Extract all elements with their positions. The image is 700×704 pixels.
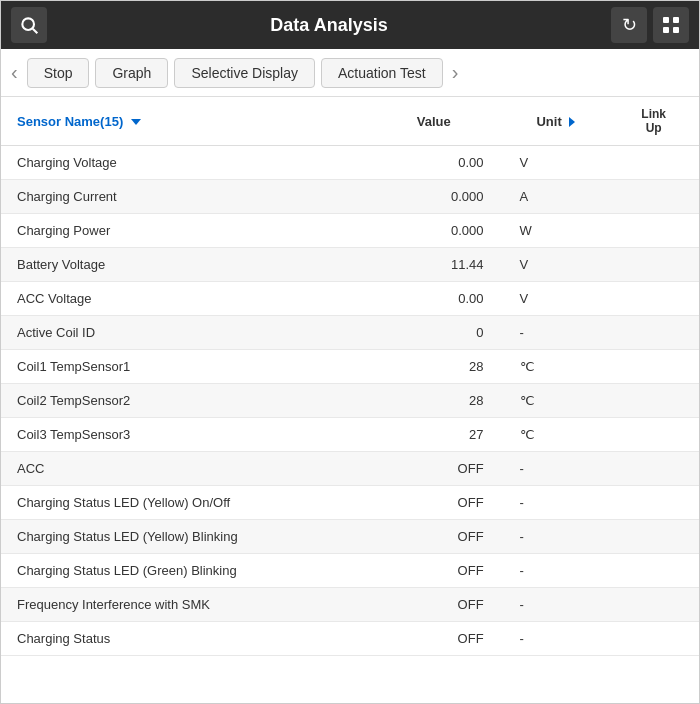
selective-display-button[interactable]: Selective Display	[174, 58, 315, 88]
sensor-name-cell: Charging Status LED (Yellow) On/Off	[1, 486, 364, 520]
value-cell: OFF	[364, 554, 504, 588]
sensor-name-cell: Charging Voltage	[1, 146, 364, 180]
table-row: Charging Power0.000W	[1, 214, 699, 248]
sensor-name-header: Sensor Name(15)	[1, 97, 364, 146]
table-row: Charging Voltage0.00V	[1, 146, 699, 180]
value-cell: 0.000	[364, 180, 504, 214]
unit-cell: -	[504, 554, 609, 588]
device-frame: Data Analysis ↻ ‹ Stop Graph Selective D…	[0, 0, 700, 704]
svg-rect-4	[673, 17, 679, 23]
linkup-cell	[608, 146, 699, 180]
linkup-cell	[608, 214, 699, 248]
value-cell: OFF	[364, 452, 504, 486]
sensor-name-cell: Charging Current	[1, 180, 364, 214]
value-cell: 28	[364, 384, 504, 418]
table-header-row: Sensor Name(15) Value Unit LinkUp	[1, 97, 699, 146]
linkup-cell	[608, 588, 699, 622]
table-row: Charging StatusOFF-	[1, 622, 699, 656]
sensor-name-cell: Charging Status LED (Yellow) Blinking	[1, 520, 364, 554]
unit-cell: V	[504, 282, 609, 316]
svg-line-1	[33, 29, 38, 34]
sensor-name-cell: Frequency Interference with SMK	[1, 588, 364, 622]
sensor-name-cell: Battery Voltage	[1, 248, 364, 282]
unit-cell: A	[504, 180, 609, 214]
sensor-name-cell: Charging Power	[1, 214, 364, 248]
unit-cell: -	[504, 622, 609, 656]
linkup-cell	[608, 350, 699, 384]
unit-cell: -	[504, 452, 609, 486]
table-row: ACC Voltage0.00V	[1, 282, 699, 316]
linkup-cell	[608, 180, 699, 214]
svg-point-0	[22, 18, 34, 30]
table-row: Frequency Interference with SMKOFF-	[1, 588, 699, 622]
linkup-cell	[608, 316, 699, 350]
linkup-cell	[608, 520, 699, 554]
value-cell: 0.000	[364, 214, 504, 248]
refresh-icon[interactable]: ↻	[611, 7, 647, 43]
sensor-name-cell: Charging Status LED (Green) Blinking	[1, 554, 364, 588]
unit-cell: V	[504, 248, 609, 282]
toolbar: ‹ Stop Graph Selective Display Actuation…	[1, 49, 699, 97]
linkup-cell	[608, 486, 699, 520]
value-cell: 0.00	[364, 146, 504, 180]
unit-cell: ℃	[504, 350, 609, 384]
linkup-cell	[608, 554, 699, 588]
value-cell: OFF	[364, 520, 504, 554]
linkup-cell	[608, 622, 699, 656]
sensor-name-cell: Charging Status	[1, 622, 364, 656]
table-row: ACCOFF-	[1, 452, 699, 486]
unit-cell: W	[504, 214, 609, 248]
value-cell: 27	[364, 418, 504, 452]
unit-cell: -	[504, 316, 609, 350]
table-row: Coil3 TempSensor327℃	[1, 418, 699, 452]
page-title: Data Analysis	[47, 15, 611, 36]
table-row: Charging Current0.000A	[1, 180, 699, 214]
sort-arrow-icon	[131, 119, 141, 125]
value-cell: OFF	[364, 486, 504, 520]
table-row: Coil1 TempSensor128℃	[1, 350, 699, 384]
unit-cell: -	[504, 520, 609, 554]
unit-header: Unit	[504, 97, 609, 146]
value-header: Value	[364, 97, 504, 146]
data-table-container: Sensor Name(15) Value Unit LinkUp Chargi…	[1, 97, 699, 703]
sensor-name-cell: Coil2 TempSensor2	[1, 384, 364, 418]
table-body: Charging Voltage0.00VCharging Current0.0…	[1, 146, 699, 656]
table-row: Charging Status LED (Yellow) On/OffOFF-	[1, 486, 699, 520]
linkup-cell	[608, 248, 699, 282]
table-row: Coil2 TempSensor228℃	[1, 384, 699, 418]
unit-sort-icon	[569, 117, 575, 127]
linkup-cell	[608, 452, 699, 486]
unit-cell: -	[504, 588, 609, 622]
table-row: Charging Status LED (Green) BlinkingOFF-	[1, 554, 699, 588]
value-cell: OFF	[364, 622, 504, 656]
table-row: Charging Status LED (Yellow) BlinkingOFF…	[1, 520, 699, 554]
svg-rect-5	[663, 27, 669, 33]
linkup-header: LinkUp	[608, 97, 699, 146]
nav-right-button[interactable]: ›	[446, 61, 465, 84]
linkup-cell	[608, 384, 699, 418]
header: Data Analysis ↻	[1, 1, 699, 49]
sensor-name-cell: Active Coil ID	[1, 316, 364, 350]
value-cell: 0.00	[364, 282, 504, 316]
sensor-name-cell: ACC	[1, 452, 364, 486]
unit-cell: -	[504, 486, 609, 520]
grid-icon[interactable]	[653, 7, 689, 43]
svg-rect-6	[673, 27, 679, 33]
value-cell: 28	[364, 350, 504, 384]
unit-cell: V	[504, 146, 609, 180]
stop-button[interactable]: Stop	[27, 58, 90, 88]
search-icon[interactable]	[11, 7, 47, 43]
value-cell: 0	[364, 316, 504, 350]
linkup-cell	[608, 418, 699, 452]
actuation-test-button[interactable]: Actuation Test	[321, 58, 443, 88]
table-row: Active Coil ID0-	[1, 316, 699, 350]
sensor-table: Sensor Name(15) Value Unit LinkUp Chargi…	[1, 97, 699, 656]
graph-button[interactable]: Graph	[95, 58, 168, 88]
sensor-name-cell: Coil3 TempSensor3	[1, 418, 364, 452]
unit-cell: ℃	[504, 384, 609, 418]
linkup-cell	[608, 282, 699, 316]
nav-left-button[interactable]: ‹	[5, 61, 24, 84]
unit-cell: ℃	[504, 418, 609, 452]
svg-rect-3	[663, 17, 669, 23]
value-cell: 11.44	[364, 248, 504, 282]
